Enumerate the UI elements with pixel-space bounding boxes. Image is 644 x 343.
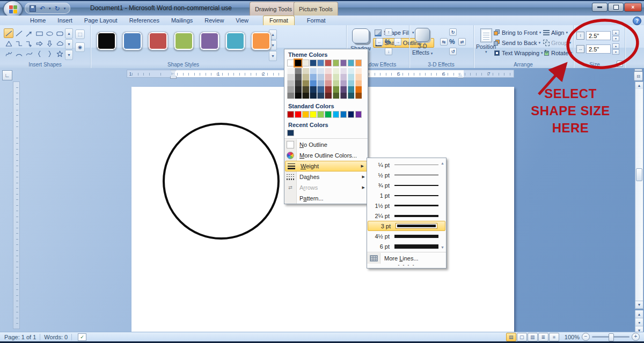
word-count[interactable]: Words: 0: [44, 334, 68, 340]
color-variant-swatch[interactable]: [310, 80, 317, 87]
shape-lbrace-icon[interactable]: [34, 49, 44, 58]
width-up-icon[interactable]: ▲: [612, 43, 619, 49]
color-variant-swatch[interactable]: [355, 80, 362, 87]
group-button[interactable]: Group▾: [543, 38, 571, 47]
color-variant-swatch[interactable]: [348, 68, 355, 74]
menu-item-dashes[interactable]: Dashes▶: [284, 172, 368, 182]
size-dialog-launcher-icon[interactable]: ↘: [617, 61, 623, 67]
color-swatch[interactable]: [287, 130, 294, 137]
color-swatch[interactable]: [325, 59, 332, 66]
tab-page-layout[interactable]: Page Layout: [78, 16, 123, 25]
color-variant-swatch[interactable]: [295, 68, 302, 74]
color-swatch[interactable]: [295, 111, 302, 118]
color-swatch[interactable]: [302, 59, 309, 66]
spellcheck-icon[interactable]: ✓: [78, 333, 86, 341]
shape-elbow-icon[interactable]: [14, 39, 24, 48]
menu-item-pattern[interactable]: Pattern...: [284, 193, 368, 204]
color-variant-swatch[interactable]: [295, 74, 302, 80]
shadow-effects-button[interactable]: Shadow: [350, 28, 371, 51]
color-swatch[interactable]: [348, 59, 355, 66]
color-variant-swatch[interactable]: [333, 74, 340, 80]
color-variant-swatch[interactable]: [340, 80, 347, 87]
color-variant-swatch[interactable]: [333, 86, 340, 93]
color-swatch[interactable]: [287, 59, 294, 66]
edit-shape-icon[interactable]: ◉: [75, 42, 85, 52]
restore-button[interactable]: [608, 3, 624, 12]
nudge-shadow-left-icon[interactable]: ←: [376, 38, 383, 46]
qat-customize-icon[interactable]: ▾: [64, 6, 66, 11]
width-down-icon[interactable]: ▼: [612, 49, 619, 55]
color-variant-swatch[interactable]: [348, 86, 355, 93]
color-variant-swatch[interactable]: [355, 86, 362, 93]
nudge-shadow-down-icon[interactable]: ↓: [385, 48, 392, 55]
gallery-more-icon[interactable]: ▼: [65, 50, 73, 60]
text-wrapping-button[interactable]: Text Wrapping▾: [494, 48, 543, 57]
color-variant-swatch[interactable]: [310, 68, 317, 74]
color-swatch[interactable]: [287, 111, 294, 118]
weight-option-1pt[interactable]: 1 pt: [367, 190, 446, 200]
gallery-up-icon[interactable]: ▲: [65, 28, 73, 39]
shape-style-chip[interactable]: [251, 32, 271, 50]
color-variant-swatch[interactable]: [302, 86, 309, 93]
shape-star-icon[interactable]: [55, 49, 64, 58]
nudge-shadow-right-icon[interactable]: →: [394, 38, 401, 46]
gallery-down-icon[interactable]: ▼: [65, 39, 73, 49]
minimize-button[interactable]: [592, 3, 608, 12]
color-swatch[interactable]: [355, 59, 362, 66]
undo-dropdown-icon[interactable]: ▾: [49, 6, 51, 11]
help-icon[interactable]: ?: [633, 17, 641, 25]
weight-option-6pt[interactable]: 6 pt: [367, 241, 446, 251]
color-swatch[interactable]: [348, 111, 355, 118]
weight-option-¾pt[interactable]: ¾ pt: [367, 180, 446, 190]
color-swatch[interactable]: [325, 111, 332, 118]
align-button[interactable]: Align▾: [543, 28, 568, 37]
vertical-scrollbar[interactable]: ▲ ▼: [635, 81, 643, 309]
3d-effects-button[interactable]: 3-D Effects ▾: [412, 28, 433, 56]
color-variant-swatch[interactable]: [325, 80, 332, 87]
color-variant-swatch[interactable]: [310, 74, 317, 80]
color-variant-swatch[interactable]: [310, 86, 317, 93]
shape-style-chip[interactable]: [148, 32, 168, 50]
color-variant-swatch[interactable]: [287, 86, 294, 93]
weight-option-4½pt[interactable]: 4½ pt: [367, 231, 446, 241]
tab-references[interactable]: References: [123, 16, 165, 25]
shape-scribble-icon[interactable]: [4, 49, 13, 58]
color-variant-swatch[interactable]: [317, 68, 324, 74]
tilt-left-icon[interactable]: ⇆: [440, 38, 448, 46]
contextual-header-picture-tools[interactable]: Picture Tools: [294, 2, 338, 16]
shape-curve-icon[interactable]: [24, 49, 34, 58]
scroll-down-icon[interactable]: ▼: [635, 301, 643, 309]
weight-scroll-up-icon[interactable]: ▲: [441, 161, 444, 165]
color-variant-swatch[interactable]: [302, 74, 309, 80]
shape-style-chip[interactable]: [225, 32, 245, 50]
select-objects-icon[interactable]: ⬚: [75, 29, 85, 39]
color-variant-swatch[interactable]: [287, 68, 294, 74]
color-variant-swatch[interactable]: [317, 86, 324, 93]
color-variant-swatch[interactable]: [302, 93, 309, 99]
color-variant-swatch[interactable]: [317, 93, 324, 99]
color-variant-swatch[interactable]: [295, 86, 302, 93]
save-icon[interactable]: [30, 5, 36, 12]
rotate-button[interactable]: Rotate▾: [543, 48, 572, 57]
shape-arc-icon[interactable]: [14, 49, 24, 58]
zoom-out-icon[interactable]: −: [582, 333, 590, 341]
color-swatch[interactable]: [310, 59, 317, 66]
full-screen-reading-icon[interactable]: ▢: [517, 333, 527, 341]
weight-option-¼pt[interactable]: ¼ pt: [367, 160, 446, 170]
position-button[interactable]: Position ▾: [476, 28, 496, 54]
shape-arrow-icon[interactable]: [24, 28, 34, 38]
menu-item-no-outline[interactable]: No Outline: [284, 139, 368, 150]
tab-review[interactable]: Review: [199, 16, 230, 25]
color-variant-swatch[interactable]: [340, 86, 347, 93]
contextual-header-drawing-tools[interactable]: Drawing Tools: [250, 2, 297, 16]
nudge-shadow-up-icon[interactable]: ↑: [385, 28, 392, 36]
ruler-toggle-icon[interactable]: ⊟: [634, 71, 643, 81]
color-variant-swatch[interactable]: [325, 74, 332, 80]
bring-to-front-button[interactable]: Bring to Front▾: [494, 28, 541, 37]
color-variant-swatch[interactable]: [333, 80, 340, 87]
height-up-icon[interactable]: ▲: [612, 30, 619, 35]
color-swatch[interactable]: [317, 59, 324, 66]
3d-toggle-icon[interactable]: %: [449, 38, 455, 46]
redo-icon[interactable]: ↻: [55, 5, 60, 12]
menu-item-more-outline-colors[interactable]: More Outline Colors...: [284, 150, 368, 161]
